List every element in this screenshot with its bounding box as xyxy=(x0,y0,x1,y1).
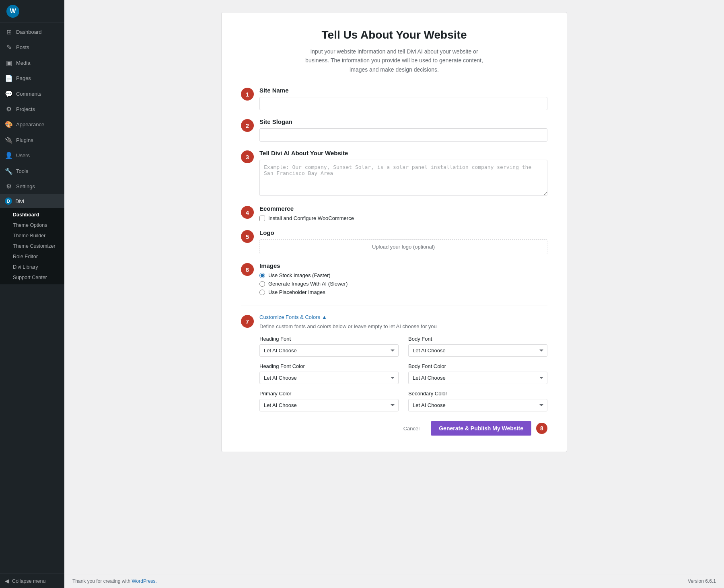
sidebar-logo: W xyxy=(0,0,64,23)
body-font-select[interactable]: Let AI Choose xyxy=(408,344,547,357)
sidebar-item-theme-builder[interactable]: Theme Builder xyxy=(0,230,64,241)
customize-toggle-label: Customize Fonts & Colors xyxy=(259,314,320,320)
generate-publish-button[interactable]: Generate & Publish My Website xyxy=(431,421,531,436)
step-1-label: Site Name xyxy=(259,87,547,94)
sidebar-item-settings[interactable]: ⚙ Settings xyxy=(0,179,64,194)
dashboard-icon: ⊞ xyxy=(5,28,13,37)
sidebar-item-projects[interactable]: ⚙ Projects xyxy=(0,102,64,117)
woocommerce-label: Install and Configure WooCommerce xyxy=(268,215,354,221)
collapse-label: Collapse menu xyxy=(12,578,45,584)
action-row: Cancel Generate & Publish My Website 8 xyxy=(241,421,547,436)
settings-icon: ⚙ xyxy=(5,182,13,191)
woocommerce-checkbox[interactable] xyxy=(259,216,265,221)
divi-icon: D xyxy=(5,197,12,205)
radio-ai-label: Generate Images With AI (Slower) xyxy=(268,281,348,287)
fonts-grid: Heading Font Let AI Choose Body Font Let… xyxy=(259,336,547,411)
page-description: Input your website information and tell … xyxy=(302,47,487,74)
projects-icon: ⚙ xyxy=(5,105,13,114)
sidebar-item-comments[interactable]: 💬 Comments xyxy=(0,86,64,102)
pages-icon: 📄 xyxy=(5,74,13,83)
radio-placeholder-label: Use Placeholder Images xyxy=(268,289,325,295)
primary-color-select[interactable]: Let AI Choose xyxy=(259,399,399,411)
sidebar-item-tools[interactable]: 🔧 Tools xyxy=(0,164,64,179)
sidebar-item-role-editor[interactable]: Role Editor xyxy=(0,251,64,262)
collapse-menu-button[interactable]: ◀ Collapse menu xyxy=(0,574,64,588)
step-6-row: 6 Images Use Stock Images (Faster) Gener… xyxy=(241,262,547,298)
sidebar-item-label: Settings xyxy=(16,183,35,190)
posts-icon: ✎ xyxy=(5,43,13,52)
radio-placeholder-images[interactable] xyxy=(259,290,265,295)
wordpress-link[interactable]: WordPress. xyxy=(132,578,156,584)
step-7-badge: 7 xyxy=(241,315,254,328)
heading-font-select[interactable]: Let AI Choose xyxy=(259,344,399,357)
footer-version: Version 6.6.1 xyxy=(688,578,716,584)
site-slogan-input[interactable] xyxy=(259,128,547,142)
step-1-content: Site Name xyxy=(259,87,547,110)
step-2-label: Site Slogan xyxy=(259,118,547,125)
sidebar-item-theme-options[interactable]: Theme Options xyxy=(0,220,64,230)
heading-font-color-select[interactable]: Let AI Choose xyxy=(259,372,399,384)
step-5-badge: 5 xyxy=(241,230,254,243)
page-title: Tell Us About Your Website xyxy=(241,29,547,41)
sidebar-item-label: Projects xyxy=(16,106,35,113)
sidebar-item-pages[interactable]: 📄 Pages xyxy=(0,71,64,86)
step-2-badge: 2 xyxy=(241,119,254,132)
radio-ai-row: Generate Images With AI (Slower) xyxy=(259,281,547,287)
body-font-color-cell: Body Font Color Let AI Choose xyxy=(408,363,547,384)
sidebar-item-plugins[interactable]: 🔌 Plugins xyxy=(0,133,64,148)
radio-stock-images[interactable] xyxy=(259,273,265,278)
primary-color-label: Primary Color xyxy=(259,391,399,397)
about-website-textarea[interactable] xyxy=(259,160,547,196)
sidebar-item-label: Media xyxy=(16,60,30,67)
sidebar-item-support-center[interactable]: Support Center xyxy=(0,272,64,283)
radio-stock-row: Use Stock Images (Faster) xyxy=(259,272,547,278)
sidebar-item-divi[interactable]: D Divi xyxy=(0,194,64,208)
sidebar-item-appearance[interactable]: 🎨 Appearance xyxy=(0,117,64,132)
sidebar-item-divi-dashboard[interactable]: Dashboard xyxy=(0,210,64,220)
sidebar-item-media[interactable]: ▣ Media xyxy=(0,56,64,71)
sidebar-menu: ⊞ Dashboard ✎ Posts ▣ Media 📄 Pages 💬 Co… xyxy=(0,23,64,574)
step-6-label: Images xyxy=(259,262,547,269)
tools-icon: 🔧 xyxy=(5,167,13,176)
step-3-label: Tell Divi AI About Your Website xyxy=(259,150,547,156)
collapse-icon: ◀ xyxy=(5,578,9,584)
step-4-content: Ecommerce Install and Configure WooComme… xyxy=(259,205,547,221)
step-4-label: Ecommerce xyxy=(259,205,547,212)
sidebar-item-divi-library[interactable]: Divi Library xyxy=(0,262,64,272)
sidebar-item-users[interactable]: 👤 Users xyxy=(0,148,64,163)
sidebar-item-label: Tools xyxy=(16,168,28,175)
secondary-color-select[interactable]: Let AI Choose xyxy=(408,399,547,411)
divi-submenu: Dashboard Theme Options Theme Builder Th… xyxy=(0,208,64,284)
media-icon: ▣ xyxy=(5,59,13,68)
customize-desc: Define custom fonts and colors below or … xyxy=(259,323,547,329)
customize-toggle[interactable]: Customize Fonts & Colors ▲ xyxy=(259,314,547,320)
heading-font-cell: Heading Font Let AI Choose xyxy=(259,336,399,357)
sidebar-item-label: Pages xyxy=(16,75,31,82)
step-5-label: Logo xyxy=(259,229,547,236)
step-4-badge: 4 xyxy=(241,206,254,219)
divi-label: Divi xyxy=(15,198,24,204)
chevron-up-icon: ▲ xyxy=(322,314,327,320)
plugins-icon: 🔌 xyxy=(5,136,13,145)
step-5-row: 5 Logo Upload your logo (optional) xyxy=(241,229,547,254)
body-font-color-label: Body Font Color xyxy=(408,363,547,369)
sidebar-item-theme-customizer[interactable]: Theme Customizer xyxy=(0,241,64,251)
heading-font-color-label: Heading Font Color xyxy=(259,363,399,369)
radio-placeholder-row: Use Placeholder Images xyxy=(259,289,547,295)
sidebar-item-label: Comments xyxy=(16,90,41,98)
sidebar-item-posts[interactable]: ✎ Posts xyxy=(0,40,64,55)
heading-font-label: Heading Font xyxy=(259,336,399,342)
logo-upload-button[interactable]: Upload your logo (optional) xyxy=(259,239,547,254)
cancel-button[interactable]: Cancel xyxy=(397,422,426,435)
radio-ai-images[interactable] xyxy=(259,281,265,287)
users-icon: 👤 xyxy=(5,151,13,160)
sidebar-item-dashboard[interactable]: ⊞ Dashboard xyxy=(0,25,64,40)
appearance-icon: 🎨 xyxy=(5,120,13,129)
site-name-input[interactable] xyxy=(259,97,547,110)
step-3-badge: 3 xyxy=(241,150,254,163)
body-font-label: Body Font xyxy=(408,336,547,342)
body-font-color-select[interactable]: Let AI Choose xyxy=(408,372,547,384)
radio-stock-label: Use Stock Images (Faster) xyxy=(268,272,331,278)
main-content: Tell Us About Your Website Input your we… xyxy=(64,0,724,574)
sidebar-item-label: Appearance xyxy=(16,121,44,128)
